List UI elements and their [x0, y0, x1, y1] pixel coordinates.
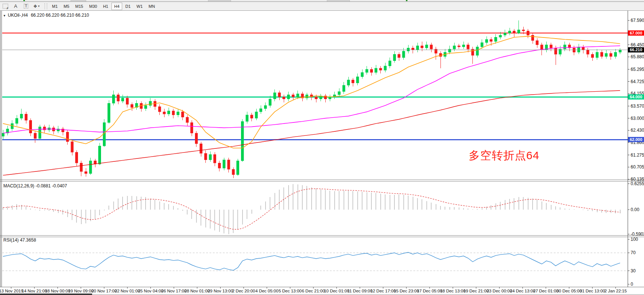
- timeframe-button-mn[interactable]: MN: [146, 3, 157, 10]
- rsi-line: [3, 252, 620, 270]
- timeframe-button-m1[interactable]: M1: [49, 3, 60, 10]
- time-tick-label: 19 Dec 21:00: [464, 289, 489, 293]
- time-tick-label: 5 Dec 13:00: [279, 289, 302, 293]
- timeframe-button-h1[interactable]: H1: [100, 3, 111, 10]
- price-badge-66.210: 66.210: [628, 47, 644, 52]
- timeframe-button-d1[interactable]: D1: [123, 3, 133, 10]
- mt4-window: FAT❖▾ M1M5M15M30H1H4D1W1MN 67.59066.4506…: [0, 0, 644, 295]
- svg-text:64.000: 64.000: [630, 95, 643, 99]
- price-badge-64.000: 64.000: [628, 94, 644, 99]
- text-icon: T: [24, 4, 29, 9]
- rsi-tick-label: 0: [631, 282, 633, 287]
- price-tick-label: 65.295: [631, 67, 644, 72]
- indicator-window-tool-button[interactable]: F: [0, 3, 10, 10]
- timeframe-button-m5[interactable]: M5: [61, 3, 72, 10]
- chevron-down-icon: ▾: [38, 4, 39, 8]
- price-tick-label: 63.000: [631, 116, 644, 121]
- ma-fast-orange-line: [3, 36, 620, 148]
- letter-a-icon: A: [14, 3, 17, 9]
- time-tick-label: 29 Nov 13:00: [208, 289, 233, 293]
- time-tick-label: 26 Nov 17:00: [161, 289, 186, 293]
- price-tick-label: 62.430: [631, 128, 644, 133]
- price-badge-67.000: 67.000: [628, 30, 644, 36]
- svg-text:67.000: 67.000: [630, 31, 643, 35]
- price-tick-label: 65.880: [631, 54, 644, 59]
- scrollbar-thumb[interactable]: [0, 294, 92, 295]
- toolbar: FAT❖▾ M1M5M15M30H1H4D1W1MN: [0, 2, 644, 10]
- grid-icon: F: [3, 4, 8, 9]
- time-tick-label: 20 Nov 17:00: [91, 289, 117, 293]
- drawing-tools-group: FAT❖▾: [0, 2, 42, 10]
- time-tick-label: 24 Dec 13:00: [510, 289, 535, 293]
- time-tick-label: 15 Dec 23:00: [394, 289, 419, 293]
- time-tick-label: 18 Nov 00:00: [45, 289, 70, 293]
- candlesticks: [2, 20, 622, 178]
- macd-tick-label: 0.6255: [631, 181, 644, 186]
- time-tick-label: 4 Dec 05:00: [256, 289, 279, 293]
- price-tick-label: 67.590: [631, 18, 644, 23]
- time-tick-label: 17 Dec 05:00: [417, 289, 442, 293]
- svg-text:62.000: 62.000: [630, 137, 643, 142]
- toolbar-handle[interactable]: [45, 3, 47, 9]
- price-axis: 67.59066.45065.88065.29564.72564.15563.5…: [628, 18, 644, 287]
- time-tick-label: 18 Dec 13:00: [440, 289, 465, 293]
- svg-text:66.210: 66.210: [630, 47, 643, 52]
- chart-canvas[interactable]: 67.59066.45065.88065.29564.72564.15563.5…: [0, 11, 644, 295]
- timeframe-group: M1M5M15M30H1H4D1W1MN: [49, 2, 158, 10]
- time-tick-label: 12 Dec 17:00: [370, 289, 396, 293]
- time-tick-label: 2 Jan 22:15: [605, 289, 627, 293]
- time-tick-label: 31 Dec 13:00: [580, 289, 605, 293]
- text-label-tool-button[interactable]: T: [21, 3, 31, 10]
- time-axis: 13 Nov 201914 Nov 21:0018 Nov 00:0019 No…: [0, 287, 627, 294]
- macd-tick-label: -0.5903: [631, 232, 644, 237]
- timeframe-button-m15[interactable]: M15: [73, 3, 86, 10]
- timeframe-button-m30[interactable]: M30: [87, 3, 100, 10]
- clipped-button: [327, 0, 350, 1]
- time-tick-label: 10 Dec 01:00: [324, 289, 349, 293]
- time-tick-label: 27 Dec 01:00: [533, 289, 559, 293]
- time-tick-label: 28 Nov 01:00: [185, 289, 210, 293]
- green-mark: [406, 0, 407, 1]
- clipped-button: [71, 0, 86, 1]
- level-lines: [2, 33, 628, 140]
- shapes-tool-button[interactable]: ❖▾: [32, 3, 41, 10]
- time-tick-label: 6 Dec 21:00: [302, 289, 325, 293]
- time-tick-label: 13 Nov 2019: [0, 289, 23, 293]
- time-tick-label: 2 Dec 20:00: [232, 289, 255, 293]
- price-tick-label: 66.450: [631, 42, 644, 47]
- timeframe-button-w1[interactable]: W1: [134, 3, 146, 10]
- price-tick-label: 63.570: [631, 104, 644, 109]
- time-tick-label: 30 Dec 05:00: [556, 289, 582, 293]
- price-badge-62.000: 62.000: [628, 137, 644, 142]
- timeframe-button-h4[interactable]: H4: [111, 3, 122, 10]
- time-tick-label: 19 Nov 09:00: [68, 289, 94, 293]
- rsi-label: RSI(14) 47.3658: [3, 237, 36, 243]
- cursor-arrow-tool-button[interactable]: A: [11, 3, 20, 10]
- price-tick-label: 64.725: [631, 79, 644, 84]
- time-tick-label: 23 Dec 00:00: [487, 289, 512, 293]
- macd-histogram: [3, 184, 620, 234]
- chart-title: ▼UKOil-,H466.220 66.220 66.210 66.210: [3, 13, 89, 18]
- time-tick-label: 14 Nov 21:00: [22, 289, 47, 293]
- time-tick-label: 11 Dec 09:00: [347, 289, 373, 293]
- time-tick-label: 25 Nov 04:00: [138, 289, 163, 293]
- macd-tick-label: 0.00: [631, 207, 640, 212]
- green-mark: [23, 0, 25, 1]
- ma-mid-magenta-line: [3, 46, 620, 133]
- rsi-tick-label: 30: [631, 268, 636, 273]
- macd-label: MACD(12,26,9) -0.0881 -0.0407: [3, 183, 67, 189]
- ohlc-quotes-label: 66.220 66.220 66.210 66.210: [31, 13, 89, 18]
- pane-borders: [0, 11, 644, 287]
- rsi-tick-label: 100: [631, 237, 638, 242]
- price-tick-label: 60.705: [631, 164, 644, 170]
- chart-window[interactable]: 67.59066.45065.88065.29564.72564.15563.5…: [0, 10, 644, 295]
- price-tick-label: 61.275: [631, 153, 644, 158]
- rsi-tick-label: 70: [631, 250, 636, 255]
- shapes-icon: ❖: [33, 4, 38, 9]
- time-tick-label: 22 Nov 01:00: [115, 289, 140, 293]
- symbol-period-label: UKOil-,H4: [8, 13, 28, 18]
- clipped-button: [208, 0, 231, 1]
- collapse-arrow-icon[interactable]: ▼: [3, 14, 6, 17]
